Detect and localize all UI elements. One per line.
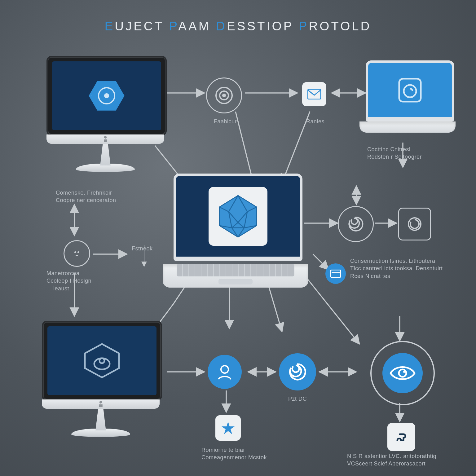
diagram-title: EUJECT PAAM DESSTIOP PROTOLD <box>0 19 476 33</box>
svg-point-35 <box>77 251 79 253</box>
svg-point-39 <box>221 366 228 373</box>
caption-right-mid: Consernuction Isiries. Lithouteral Tlcc … <box>350 257 468 280</box>
card-dot-icon <box>325 263 346 284</box>
hexagon-line-icon <box>82 342 122 379</box>
caption-top-left: Comenske. Frehnkoir Coopre ner cencerato… <box>56 189 116 204</box>
label-ranies: Ranies <box>306 118 324 125</box>
svg-point-26 <box>223 94 225 97</box>
laptop-top-right <box>366 60 456 133</box>
spiral-ring-icon <box>338 206 374 242</box>
svg-rect-31 <box>331 270 341 277</box>
svg-point-38 <box>99 358 104 363</box>
label-pztdc: Pzt DC <box>288 395 307 403</box>
star-tile-icon <box>215 415 241 441</box>
polyhedron-icon <box>215 193 261 240</box>
svg-rect-36 <box>76 255 78 256</box>
camera-chip-icon <box>396 76 424 104</box>
svg-marker-30 <box>219 196 257 237</box>
svg-point-42 <box>403 371 405 373</box>
face-ring-icon <box>64 240 90 267</box>
user-circle-icon <box>208 355 242 389</box>
mail-tile-icon <box>302 82 326 106</box>
svg-point-41 <box>399 369 406 377</box>
svg-line-5 <box>282 112 310 183</box>
caption-met: Manetrorcea Ccoleep f Hoslgnl leaust <box>46 270 93 292</box>
svg-point-34 <box>74 251 76 253</box>
svg-marker-37 <box>85 344 119 377</box>
caption-bottom-right: NIS R astentior LVC. aritotorathtig VCSc… <box>347 452 436 468</box>
caption-bottom-mid: Romiorne te biar Comeagenmenor Mcstok <box>201 446 267 461</box>
label-faahicur: Faahicur <box>214 118 237 125</box>
hexagon-eye-icon <box>88 80 125 112</box>
svg-line-12 <box>313 254 328 270</box>
svg-marker-40 <box>222 422 235 434</box>
label-fstneok: Fstneok <box>132 245 153 252</box>
svg-point-29 <box>404 85 416 97</box>
eye-big-ring-icon <box>370 341 435 405</box>
spiral-tile-icon <box>398 208 431 240</box>
laptop-center <box>174 174 308 288</box>
svg-rect-27 <box>308 89 321 99</box>
desktop-monitor-bottom-left <box>42 321 160 437</box>
svg-rect-28 <box>399 79 421 102</box>
desktop-monitor-top-left <box>46 56 164 172</box>
swirl-circle-icon <box>279 353 316 390</box>
diagram-stage: EUJECT PAAM DESSTIOP PROTOLD <box>0 0 476 476</box>
puzzle-tile-icon <box>387 423 415 451</box>
target-ring-icon <box>206 77 242 113</box>
caption-top-right: Cocttinc Cnitresl Redsten r Soitoogrer <box>367 146 422 161</box>
